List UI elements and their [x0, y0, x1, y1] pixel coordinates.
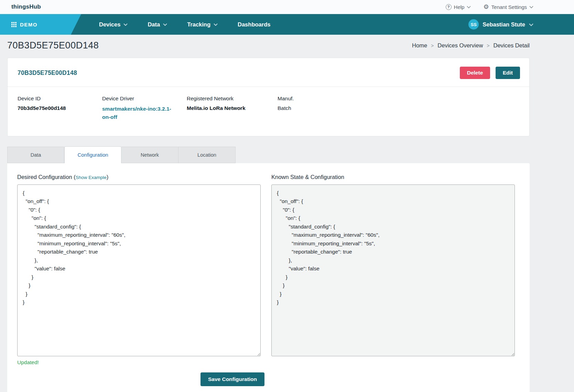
- known-state-title: Known State & Configuration: [271, 174, 515, 180]
- main-nav: DEMO Devices Data Tracking Dashboards SS…: [0, 14, 574, 35]
- breadcrumb-separator: >: [487, 43, 489, 48]
- field-label: Manuf.: [278, 95, 294, 102]
- desired-configuration-column: Desired Configuration (Show Example) { "…: [17, 174, 261, 366]
- page-container: 70B3D5E75E00D148 Home > Devices Overview…: [7, 40, 530, 392]
- chevron-down-icon: [214, 23, 218, 26]
- nav-item-tracking[interactable]: Tracking: [187, 21, 218, 28]
- tenant-selector[interactable]: DEMO: [0, 14, 81, 35]
- delete-button[interactable]: Delete: [460, 67, 490, 79]
- device-card-actions: Delete Edit: [460, 67, 520, 79]
- field-device-driver: Device Driver smartmakers/nke-ino:3.2.1-…: [102, 95, 187, 122]
- topbar: thingsHub ? Help ⚙ Tenant Settings: [0, 0, 574, 14]
- tenant-settings-label: Tenant Settings: [491, 4, 527, 10]
- chevron-down-icon: [529, 6, 533, 9]
- help-menu[interactable]: ? Help: [446, 4, 471, 10]
- desired-title-text: Desired Configuration: [17, 174, 72, 180]
- desired-configuration-title: Desired Configuration (Show Example): [17, 174, 261, 180]
- tab-data[interactable]: Data: [7, 147, 64, 163]
- topbar-right: ? Help ⚙ Tenant Settings: [446, 4, 533, 10]
- desired-configuration-textarea[interactable]: { "on_off": { "0": { "on": { "standard_c…: [17, 184, 261, 356]
- breadcrumb-separator: >: [431, 43, 434, 48]
- paren-close: ): [107, 174, 109, 180]
- logo-things: things: [11, 3, 29, 10]
- nav-item-data[interactable]: Data: [148, 21, 167, 28]
- user-name: Sebastian Stute: [483, 21, 525, 28]
- field-label: Registered Network: [187, 95, 271, 102]
- help-icon: ?: [446, 4, 452, 10]
- device-card: 70B3D5E75E00D148 Delete Edit Device ID 7…: [7, 58, 530, 136]
- page-title: 70B3D5E75E00D148: [7, 40, 99, 51]
- nav-item-label: Dashboards: [238, 21, 270, 28]
- device-driver-link[interactable]: smartmakers/nke-ino:3.2.1-on-off: [102, 105, 176, 122]
- page-head: 70B3D5E75E00D148 Home > Devices Overview…: [7, 40, 530, 51]
- help-label: Help: [454, 4, 465, 10]
- device-card-header: 70B3D5E75E00D148 Delete Edit: [8, 58, 529, 87]
- tenant-label: DEMO: [20, 22, 37, 27]
- field-label: Device Driver: [102, 95, 180, 102]
- app-logo[interactable]: thingsHub: [11, 3, 41, 10]
- breadcrumb-current: Devices Detail: [494, 42, 530, 49]
- nav-items: Devices Data Tracking Dashboards: [99, 21, 468, 28]
- user-menu[interactable]: SS Sebastian Stute: [468, 19, 533, 30]
- tab-network[interactable]: Network: [121, 147, 178, 163]
- save-configuration-button[interactable]: Save Configuration: [201, 372, 264, 386]
- nav-item-label: Devices: [99, 21, 120, 28]
- device-tabs: Data Configuration Network Location: [7, 146, 530, 163]
- breadcrumb-devices-overview[interactable]: Devices Overview: [437, 42, 483, 49]
- field-registered-network: Registered Network Melita.io LoRa Networ…: [187, 95, 278, 122]
- save-row: Save Configuration: [17, 372, 448, 386]
- field-value: Melita.io LoRa Network: [187, 105, 271, 112]
- field-manufacturer: Manuf. Batch: [278, 95, 301, 122]
- config-columns: Desired Configuration (Show Example) { "…: [17, 174, 530, 366]
- field-device-id: Device ID 70b3d5e75e00d148: [18, 95, 102, 122]
- configuration-panel: Desired Configuration (Show Example) { "…: [7, 163, 530, 392]
- nav-item-dashboards[interactable]: Dashboards: [238, 21, 270, 28]
- chevron-down-icon: [467, 6, 471, 9]
- edit-button[interactable]: Edit: [496, 67, 520, 79]
- tab-configuration[interactable]: Configuration: [64, 146, 121, 163]
- nav-item-label: Data: [148, 21, 160, 28]
- avatar: SS: [468, 19, 479, 30]
- field-label: Device ID: [18, 95, 95, 102]
- known-state-textarea[interactable]: { "on_off": { "0": { "on": { "standard_c…: [271, 184, 515, 356]
- chevron-down-icon: [529, 23, 533, 26]
- chevron-down-icon: [163, 23, 167, 26]
- breadcrumb-home[interactable]: Home: [412, 42, 427, 49]
- status-message: Updated!: [17, 359, 261, 366]
- device-fields: Device ID 70b3d5e75e00d148 Device Driver…: [8, 87, 529, 136]
- known-state-column: Known State & Configuration { "on_off": …: [271, 174, 515, 366]
- chevron-down-icon: [123, 23, 128, 26]
- breadcrumb: Home > Devices Overview > Devices Detail: [412, 42, 530, 49]
- nav-item-devices[interactable]: Devices: [99, 21, 128, 28]
- field-value: Batch: [278, 105, 294, 112]
- show-example-link[interactable]: Show Example: [76, 175, 107, 180]
- tenant-settings-menu[interactable]: ⚙ Tenant Settings: [483, 4, 533, 10]
- grid-icon: [11, 22, 17, 27]
- nav-item-label: Tracking: [187, 21, 210, 28]
- field-value: 70b3d5e75e00d148: [18, 105, 95, 112]
- tab-location[interactable]: Location: [178, 147, 236, 163]
- device-card-title: 70B3D5E75E00D148: [18, 69, 77, 77]
- logo-hub: Hub: [29, 3, 41, 10]
- gear-icon: ⚙: [483, 4, 489, 10]
